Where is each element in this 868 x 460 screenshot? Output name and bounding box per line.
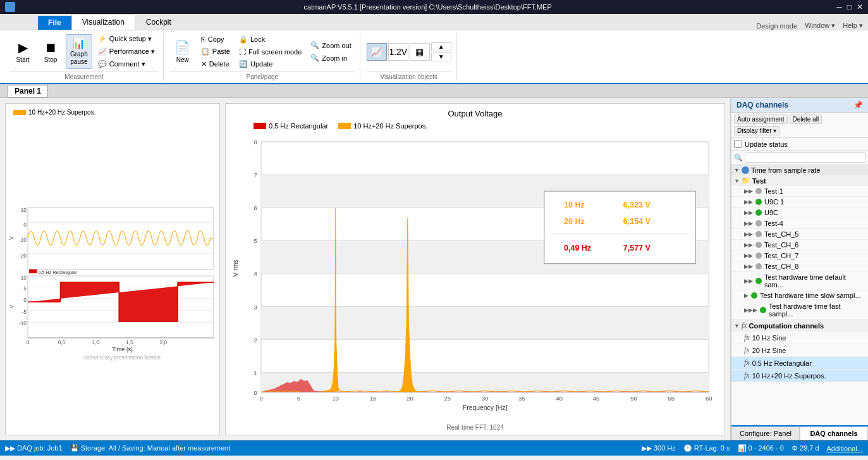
- design-mode-link[interactable]: Design mode: [756, 22, 797, 30]
- svg-text:V: V: [9, 304, 15, 308]
- daq-channels-tab[interactable]: DAQ channels: [800, 426, 868, 440]
- vis-down-button[interactable]: ▼: [431, 53, 451, 61]
- vis-table-button[interactable]: ▦: [410, 43, 430, 61]
- daq-job-icon: ▶▶: [5, 444, 15, 452]
- svg-text:-20: -20: [19, 253, 27, 259]
- window-link[interactable]: Window ▾: [805, 22, 835, 30]
- quick-setup-button[interactable]: ⚡ Quick setup ▾: [95, 33, 158, 45]
- rt-lag-status: 🕐 RT-Lag: 0 s: [683, 444, 730, 452]
- expand-arrow-time: ▼: [734, 167, 740, 173]
- expand-arrows-ch5: ▶▶: [744, 231, 753, 237]
- expand-arrows-test1: ▶▶: [744, 188, 753, 194]
- legend-label-superpos: 10 Hz+20 Hz Superpos.: [28, 109, 95, 116]
- fullscreen-button[interactable]: ⛶ Full screen mode: [236, 46, 305, 58]
- daq-item-20hz-sine[interactable]: fx 20 Hz Sine: [731, 344, 868, 357]
- label-u9c: U9C: [764, 209, 778, 216]
- comment-icon: 💬: [98, 60, 107, 68]
- performance-button[interactable]: 📈 Performance ▾: [95, 46, 158, 58]
- daq-search-input[interactable]: [745, 152, 865, 163]
- tab-visualization[interactable]: Visualization: [71, 14, 135, 30]
- svg-text:5: 5: [297, 395, 300, 402]
- computation-label: Computation channels: [749, 322, 824, 330]
- daq-item-hw-default[interactable]: ▶▶ Test hardware time default sam...: [731, 272, 868, 290]
- delete-button[interactable]: ✕ Delete: [198, 58, 233, 70]
- tab-cockpit[interactable]: Cockpit: [135, 14, 182, 30]
- zoom-in-button[interactable]: 🔍 Zoom in: [307, 52, 354, 64]
- dot-u9c1: [755, 199, 762, 205]
- panel-label: Panel 1: [8, 85, 48, 97]
- vis-display-button[interactable]: 1.2V: [388, 43, 408, 61]
- label-05hz-rect: 0.5 Hz Rectangular: [752, 359, 812, 367]
- graph-pause-button[interactable]: 📊 Graphpause: [66, 34, 92, 69]
- lock-button[interactable]: 🔒 Lock: [236, 34, 305, 46]
- minimize-button[interactable]: ─: [836, 3, 842, 11]
- delete-all-button[interactable]: Delete all: [790, 115, 822, 124]
- auto-assignment-button[interactable]: Auto assignment: [734, 115, 788, 124]
- svg-text:0: 0: [23, 222, 27, 228]
- copy-button[interactable]: ⎘ Copy: [198, 34, 233, 45]
- expand-arrows-u9c: ▶▶: [744, 209, 753, 216]
- daq-item-hw-fast[interactable]: ▶▶▶ Test hardware time fast sampl...: [731, 301, 868, 320]
- svg-text:V: V: [9, 236, 15, 240]
- vis-objects-label: Visualization objects: [367, 71, 451, 80]
- daq-item-ch7[interactable]: ▶▶ Test_CH_7: [731, 251, 868, 261]
- expand-arrow-comp: ▼: [734, 323, 740, 329]
- daq-item-superpos[interactable]: fx 10 Hz+20 Hz Superpos.: [731, 370, 868, 382]
- daq-header: DAQ channels 📌: [731, 98, 868, 113]
- display-filter-button[interactable]: Display filter ▾: [734, 126, 779, 135]
- fft-subtitle: Real-time FFT: 1024: [228, 423, 722, 432]
- daq-item-ch8[interactable]: ▶▶ Test_CH_8: [731, 261, 868, 272]
- additional-link[interactable]: Additional...: [827, 445, 863, 452]
- freq-icon: ▶▶: [642, 444, 652, 452]
- update-icon: 🔄: [239, 60, 248, 68]
- ribbon: ▶ Start ⏹ Stop 📊 Graphpause ⚡ Quick setu…: [0, 30, 868, 84]
- daq-item-10hz-sine[interactable]: fx 10 Hz Sine: [731, 332, 868, 344]
- daq-section-time[interactable]: ▼ Time from sample rate: [731, 165, 868, 175]
- daq-group-computation[interactable]: ▼ fx Computation channels: [731, 320, 868, 332]
- vis-graph-button[interactable]: 📈: [367, 43, 387, 61]
- panel-group-label: Panel/page: [170, 71, 355, 80]
- expand-arrows-hw-default: ▶▶: [744, 278, 753, 284]
- stop-button[interactable]: ⏹ Stop: [38, 37, 63, 66]
- daq-pin-icon[interactable]: 📌: [853, 101, 863, 109]
- daq-item-test1[interactable]: ▶▶ Test-1: [731, 186, 868, 197]
- daq-item-ch6[interactable]: ▶▶ Test_CH_6: [731, 240, 868, 251]
- svg-text:Time  [s]: Time [s]: [112, 346, 133, 352]
- fullscreen-icon: ⛶: [239, 48, 246, 56]
- update-button[interactable]: 🔄 Update: [236, 58, 305, 70]
- help-link[interactable]: Help ▾: [843, 22, 863, 30]
- new-button[interactable]: 📄 New: [170, 37, 195, 66]
- daq-item-ch5[interactable]: ▶▶ Test_CH_5: [731, 229, 868, 240]
- expand-arrows-test4: ▶▶: [744, 220, 753, 227]
- paste-button[interactable]: 📋 Paste: [198, 46, 233, 58]
- zoom-out-button[interactable]: 🔍 Zoom out: [307, 39, 354, 51]
- tab-file[interactable]: File: [38, 16, 71, 30]
- daq-list: ▼ Time from sample rate ▼ 📁 Test ▶▶ Test…: [731, 165, 868, 425]
- legend-label-superpos2: 10 Hz+20 Hz Superpos.: [353, 122, 427, 130]
- dot-u9c: [755, 209, 762, 216]
- close-button[interactable]: ✕: [857, 3, 863, 11]
- right-chart-wrapper: 8 7 6 5 4 3 2 1 0 V rms 0 5 10 15 20: [228, 131, 722, 423]
- daq-item-u9c1[interactable]: ▶▶ U9C 1: [731, 197, 868, 208]
- daq-title: DAQ channels: [737, 101, 788, 109]
- daq-item-u9c[interactable]: ▶▶ U9C: [731, 208, 868, 218]
- daq-item-test4[interactable]: ▶▶ Test-4: [731, 218, 868, 229]
- label-hw-slow: Test hardware time slow sampl...: [760, 292, 861, 299]
- daq-item-05hz-rect[interactable]: fx 0.5 Hz Rectangular: [731, 357, 868, 370]
- svg-text:40: 40: [556, 395, 563, 402]
- update-status-checkbox[interactable]: [734, 140, 742, 148]
- left-chart-svg: 10 0 -10 -20 V 0.5 Hz Rectangular 10: [8, 120, 217, 432]
- svg-text:0: 0: [27, 340, 30, 345]
- comment-button[interactable]: 💬 Comment ▾: [95, 58, 158, 70]
- daq-group-test[interactable]: ▼ 📁 Test: [731, 175, 868, 186]
- vis-up-button[interactable]: ▲: [431, 42, 451, 51]
- start-button[interactable]: ▶ Start: [10, 37, 35, 66]
- configure-panel-tab[interactable]: Configure: Panel: [731, 426, 800, 440]
- daq-item-hw-slow[interactable]: ▶ Test hardware time slow sampl...: [731, 290, 868, 301]
- daq-toolbar: Auto assignment Delete all Display filte…: [731, 113, 868, 138]
- svg-text:35: 35: [518, 395, 525, 402]
- search-icon: 🔍: [734, 154, 743, 162]
- restore-button[interactable]: □: [847, 3, 852, 11]
- freq-status: ▶▶ 300 Hz: [642, 444, 676, 452]
- delete-icon: ✕: [201, 60, 207, 68]
